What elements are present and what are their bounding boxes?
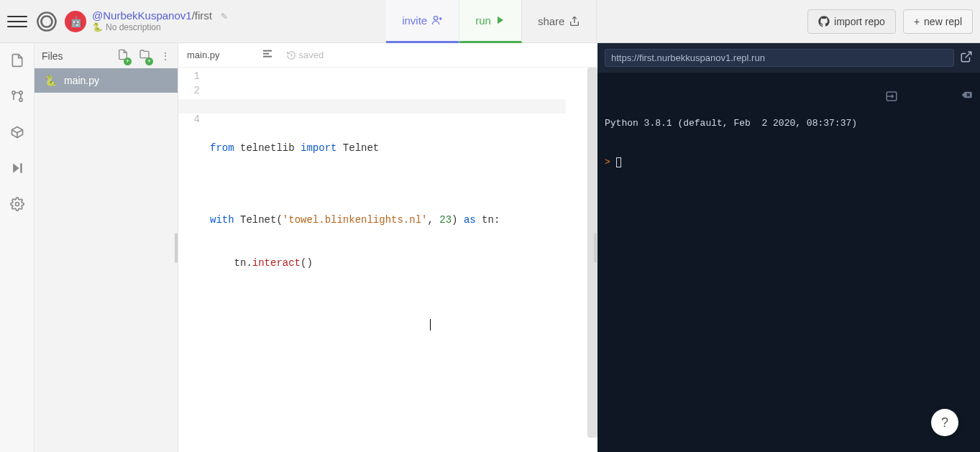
new-repl-button[interactable]: + new repl [903,9,973,34]
open-external-icon[interactable] [960,50,973,66]
code-editor[interactable]: 1234 from telnetlib import Telnet with T… [178,68,597,452]
svg-marker-5 [13,163,19,172]
editor-tab[interactable]: main.py [187,50,220,60]
project-title-block: @NurbekKuspanov1/first ✎ 🐍 No descriptio… [92,9,228,32]
svg-point-0 [434,17,438,20]
invite-label: invite [402,14,427,27]
terminal-clear-icon[interactable] [904,77,973,120]
editor-tabbar: main.py saved [178,43,597,68]
console-urlbar [597,43,980,73]
debugger-icon[interactable] [10,161,24,178]
python-file-icon: 🐍 [45,75,57,86]
help-fab[interactable]: ? [931,409,958,436]
history-icon [286,50,296,60]
svg-point-4 [19,91,22,94]
code-content[interactable]: from telnetlib import Telnet with Telnet… [210,68,597,452]
terminal-prompt-line: > [605,156,973,169]
files-pane-title: Files [42,50,63,62]
terminal-cursor [616,157,621,167]
svg-point-2 [12,91,14,94]
file-pane-header: Files + + ⋮ [35,43,178,68]
svg-line-11 [966,52,971,57]
terminal-controls [829,77,973,120]
github-icon [818,16,830,27]
pane-resize-handle-left[interactable] [175,233,178,263]
main: Files + + ⋮ 🐍 main.py main.py s [0,43,980,452]
svg-rect-9 [263,53,269,55]
import-repo-label: import repo [834,16,885,27]
share-label: share [538,15,565,27]
header: 🤖 @NurbekKuspanov1/first ✎ 🐍 No descript… [0,0,980,43]
run-label: run [475,14,491,27]
menu-icon[interactable] [7,11,27,32]
project-name[interactable]: first [195,9,212,22]
help-label: ? [941,415,948,430]
run-button[interactable]: run [459,0,522,43]
header-center: invite run share [386,0,597,43]
plus-icon: + [914,16,920,27]
settings-icon[interactable] [10,197,24,214]
new-folder-icon[interactable]: + [139,49,150,63]
project-path[interactable]: @NurbekKuspanov1/first ✎ [92,9,228,22]
invite-icon [431,14,443,26]
svg-marker-1 [498,17,503,24]
text-cursor [430,319,431,331]
files-icon[interactable] [10,53,24,70]
svg-point-3 [19,98,22,101]
packages-icon[interactable] [10,125,24,142]
import-repo-button[interactable]: import repo [807,9,896,34]
replit-logo[interactable] [35,9,59,34]
svg-point-7 [15,203,19,206]
share-button[interactable]: share [522,0,597,43]
new-file-icon[interactable]: + [117,49,129,63]
svg-rect-10 [263,56,272,57]
active-line-highlight [178,99,566,114]
file-item-main-py[interactable]: 🐍 main.py [35,68,178,93]
svg-rect-8 [263,50,272,52]
share-icon [569,16,580,27]
format-icon[interactable] [262,48,273,62]
terminal-prompt: > [605,157,610,167]
project-description: No description [106,22,161,32]
user-avatar[interactable]: 🤖 [65,11,86,32]
editor-pane: main.py saved 1234 from telnetlib import… [178,43,597,452]
file-item-label: main.py [64,75,99,86]
project-subline: 🐍 No description [92,22,228,32]
console-pane: Python 3.8.1 (default, Feb 2 2020, 08:37… [597,43,980,452]
header-right: import repo + new repl [807,9,973,34]
saved-indicator: saved [286,50,324,60]
file-pane: Files + + ⋮ 🐍 main.py [35,43,178,452]
play-icon [495,15,505,25]
new-repl-label: new repl [924,16,962,27]
svg-rect-6 [20,163,22,172]
terminal-input-icon[interactable] [829,77,898,120]
line-gutter: 1234 [178,68,210,452]
invite-button[interactable]: invite [386,0,459,43]
version-control-icon[interactable] [10,89,24,106]
python-icon: 🐍 [92,22,103,32]
edit-icon[interactable]: ✎ [221,11,228,22]
terminal[interactable]: Python 3.8.1 (default, Feb 2 2020, 08:37… [597,73,980,452]
user-handle[interactable]: @NurbekKuspanov1 [92,9,192,22]
file-pane-more-icon[interactable]: ⋮ [160,50,170,62]
console-url-input[interactable] [605,49,954,67]
left-iconbar [0,43,35,452]
saved-label: saved [299,50,324,60]
